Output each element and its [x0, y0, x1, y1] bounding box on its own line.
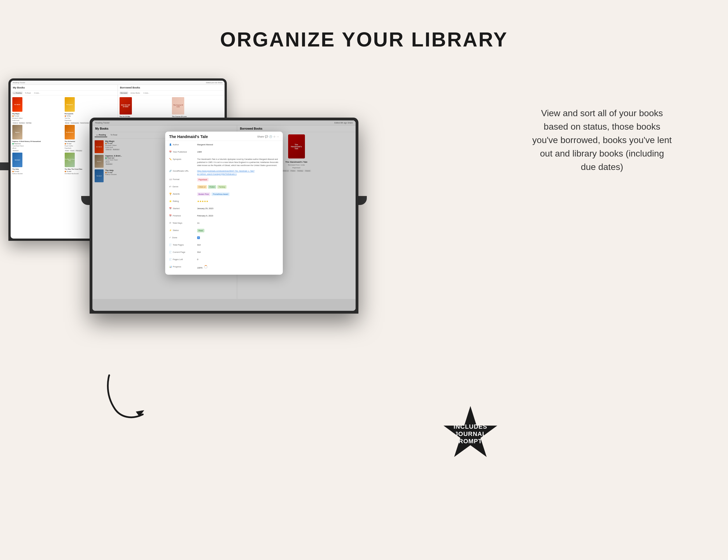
laptop-front: Reading Tracker Edited 8th ago Share My … — [90, 118, 358, 314]
description-text: View and sort all of your books based on… — [532, 106, 672, 174]
book-status: Read next — [12, 143, 64, 144]
book-cover-course-love: The Course Of Love — [172, 97, 184, 115]
modal-body: 👤 Author Margaret Atwood 📅 Year Publishe… — [165, 141, 283, 275]
calendar-icon: 📅 — [169, 151, 172, 153]
genre-fantasy: Fantasy — [217, 185, 227, 189]
book-author: Yuval Noah Harari — [12, 145, 64, 147]
back-tab-more[interactable]: 2 more... — [33, 92, 41, 94]
modal-format-row: 📖 Format Paperback — [169, 178, 279, 183]
progress-circle-icon — [204, 265, 207, 269]
book-format: eBook — [12, 147, 64, 149]
book-icon: 📖 — [169, 178, 172, 181]
book-title: Sapiens: A Brief History Of Humankind — [12, 141, 64, 142]
modal-synopsis-value: The Handmaid's Tale is a futuristic dyst… — [197, 158, 279, 167]
book-cover-sapiens: Sapiens — [12, 125, 22, 139]
award-prometheus: Prometheus Award — [211, 192, 230, 196]
link-icon: 🔗 — [169, 170, 172, 172]
modal-controls: Share 💬 🕐 ☆ ··· — [257, 135, 279, 138]
back-app-name: Reading Tracker — [13, 82, 25, 83]
page-icon: 📄 — [169, 251, 172, 253]
modal-star-icon[interactable]: ☆ — [273, 135, 276, 138]
status-read-tag: Read — [197, 229, 204, 232]
tag: Self-Help — [25, 122, 32, 124]
pages-left-icon: 📄 — [169, 258, 172, 261]
done-checkbox[interactable]: ✓ — [197, 236, 200, 239]
modal-author-value: Margaret Atwood — [197, 143, 279, 146]
modal-finished-row: 📅 Finished February 9, 2023 — [169, 214, 279, 219]
book-cover-alchemist: The Alchemist — [65, 125, 75, 139]
journal-prompts-badge: INCLUDESJOURNALPROMPTS — [442, 406, 498, 462]
book-author: Kathryn Stockett — [12, 173, 64, 174]
back-tab-toread[interactable]: To Read — [24, 92, 32, 94]
list-item: BIG MAGIC Big Magic To read Elizabeth Gi… — [12, 97, 64, 124]
back-borrowed-title: Borrowed Books — [118, 85, 225, 91]
calendar-start-icon: 📅 — [169, 207, 172, 210]
genre-chicklit: Chick Lit — [197, 185, 207, 189]
modal-goodreads-value[interactable]: https://www.goodreads.com/book/show/3844… — [197, 169, 279, 176]
person-icon: 👤 — [169, 143, 172, 146]
modal-synopsis-label: ✏️ Synopsis — [169, 158, 194, 160]
book-title: The Course Of Love — [172, 116, 223, 117]
modal-year-row: 📅 Year Published 1985 — [169, 150, 279, 155]
modal-goodreads-label: 🔗 GoodReads URL — [169, 169, 194, 172]
pages-icon: 📄 — [169, 244, 172, 246]
book-detail-modal[interactable]: The Handmaid's Tale Share 💬 🕐 ☆ ··· — [165, 132, 283, 275]
back-tab-borrowed[interactable]: Borrowed — [120, 92, 129, 94]
tag: Nonfiction — [12, 150, 19, 151]
tag: Autobiography — [70, 122, 80, 124]
book-tags: Chick Lit Nonfiction Self-Help — [12, 122, 64, 124]
back-borrowed-tabs: Borrowed Library Books 1 more... — [118, 91, 225, 95]
arrow-icon — [92, 370, 148, 426]
svg-marker-0 — [136, 410, 144, 417]
back-tab-more2[interactable]: 1 more... — [142, 92, 151, 94]
back-header-right: Edited just now Share — [206, 82, 222, 83]
back-tab-library[interactable]: Library Books — [129, 92, 141, 94]
check-icon: ✓ — [169, 236, 171, 239]
modal-progress-value: 100% — [197, 265, 279, 269]
modal-currentpage-value: 314 — [197, 251, 279, 254]
modal-more-icon[interactable]: ··· — [277, 135, 279, 138]
modal-currentpage-label: 📄 Current Page — [169, 251, 194, 253]
format-tag: Paperback — [197, 178, 209, 181]
list-item: Sapiens Sapiens: A Brief History Of Huma… — [12, 125, 64, 151]
modal-started-value: January 29, 2023 — [197, 207, 279, 210]
modal-clock-icon[interactable]: 🕐 — [269, 135, 272, 138]
book-cover-sun-tzu: SUN TZU ART OF WAR — [120, 97, 132, 115]
book-title: Bossypants — [65, 113, 116, 115]
modal-progress-label: 📊 Progress — [169, 265, 194, 268]
modal-done-label: ✓ Done — [169, 236, 194, 239]
tag: Chick Lit — [12, 122, 18, 124]
modal-synopsis-row: ✏️ Synopsis The Handmaid's Tale is a fut… — [169, 158, 279, 167]
modal-totalpages-value: 314 — [197, 243, 279, 246]
progress-icon: 📊 — [169, 265, 172, 268]
book-tags: Nonfiction — [12, 150, 64, 151]
modal-year-value: 1985 — [197, 150, 279, 153]
book-author: Elizabeth Gilbert — [12, 117, 64, 119]
genre-fiction: Fiction — [208, 185, 216, 189]
modal-status-value: Read — [197, 229, 279, 232]
modal-comment-icon[interactable]: 💬 — [265, 135, 268, 138]
modal-overlay: The Handmaid's Tale Share 💬 🕐 ☆ ··· — [92, 120, 356, 311]
modal-genre-row: 🏷 Genre Chick Lit Fiction Fantasy — [169, 185, 279, 190]
book-cover-bossypants: Bossypants — [65, 97, 75, 112]
tag: Fiction — [65, 150, 69, 151]
list-item: THE HELP The Help To read Kathryn Stocke… — [12, 153, 64, 174]
status-icon: ⚡ — [169, 229, 172, 232]
modal-format-label: 📖 Format — [169, 178, 194, 181]
modal-rating-value: ★★★★★ — [197, 200, 279, 204]
modal-share-button[interactable]: Share — [257, 135, 264, 138]
back-tab-reading[interactable]: 📖 Reading — [12, 92, 23, 94]
modal-totaldays-value: 11 — [197, 221, 279, 225]
back-my-books-title: My Books — [11, 85, 118, 91]
modal-author-row: 👤 Author Margaret Atwood — [169, 143, 279, 148]
modal-awards-row: 🏆 Awards Booker Prize Prometheus Award — [169, 192, 279, 197]
modal-totaldays-row: ⏱ Total Days 11 — [169, 221, 279, 227]
page-title: ORGANIZE YOUR LIBRARY — [0, 0, 728, 68]
modal-awards-value: Booker Prize Prometheus Award — [197, 192, 279, 196]
trophy-icon: 🏆 — [169, 193, 172, 195]
laptop-front-screen: Reading Tracker Edited 8th ago Share My … — [92, 120, 356, 311]
modal-started-label: 📅 Started — [169, 207, 194, 210]
modal-status-label: ⚡ Status — [169, 229, 194, 232]
modal-title: The Handmaid's Tale — [169, 134, 208, 139]
modal-year-label: 📅 Year Published — [169, 150, 194, 153]
